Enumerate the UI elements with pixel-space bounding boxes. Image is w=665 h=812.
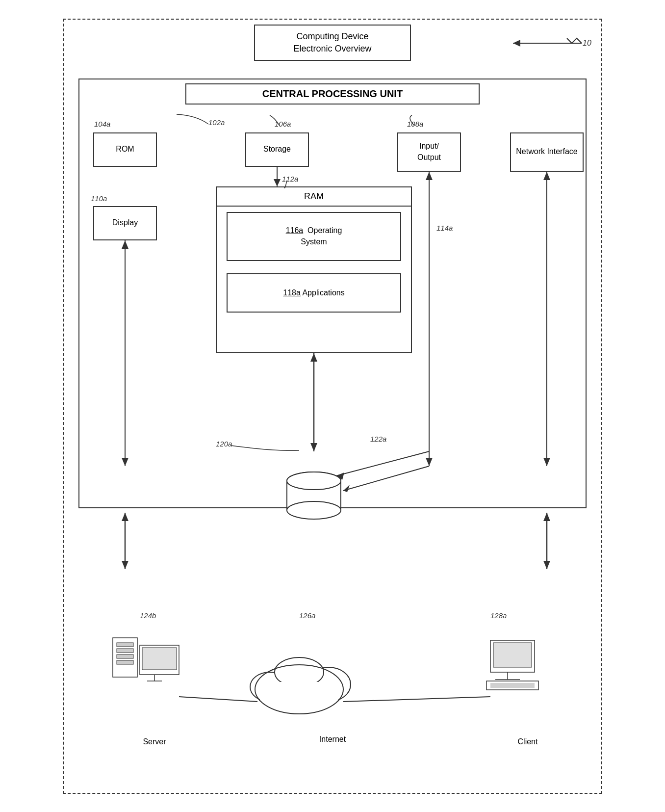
svg-rect-56: [490, 640, 535, 672]
svg-rect-60: [486, 681, 538, 690]
svg-point-62: [255, 665, 343, 714]
svg-text:100a: 100a: [583, 39, 591, 47]
display-box: Display: [93, 206, 157, 240]
svg-rect-53: [142, 648, 177, 670]
svg-rect-61: [490, 683, 535, 688]
svg-rect-48: [117, 643, 133, 647]
cpu-label: CENTRAL PROCESSING UNIT: [185, 83, 480, 105]
svg-rect-52: [140, 645, 179, 675]
svg-line-43: [343, 697, 490, 702]
apps-box: 118a Applications: [227, 273, 401, 313]
title-box: Computing Device Electronic Overview: [254, 25, 411, 61]
title-line1: Computing Device: [296, 31, 368, 41]
ram-box: RAM 116a OperatingSystem 118a Applicatio…: [216, 186, 412, 353]
storage-box: Storage: [245, 132, 309, 167]
io-box: Input/Output: [397, 132, 461, 172]
svg-rect-51: [117, 660, 133, 664]
rom-box: ROM: [93, 132, 157, 167]
svg-marker-37: [122, 561, 128, 569]
svg-rect-50: [117, 655, 133, 658]
internet-label: Internet: [293, 735, 372, 744]
client-label: Client: [493, 737, 562, 746]
svg-line-42: [179, 697, 257, 702]
svg-rect-66: [260, 682, 338, 714]
svg-rect-49: [117, 649, 133, 653]
server-label: Server: [115, 737, 194, 746]
svg-marker-1: [513, 40, 520, 47]
ni-box: Network Interface: [510, 132, 584, 172]
svg-marker-40: [543, 561, 550, 569]
svg-marker-41: [543, 513, 550, 521]
ref-100a-arrow: 100a: [503, 33, 591, 53]
svg-marker-38: [122, 513, 128, 521]
svg-point-64: [307, 667, 351, 702]
ram-label: RAM: [217, 187, 411, 207]
svg-rect-47: [113, 638, 137, 677]
svg-point-63: [250, 672, 289, 702]
svg-rect-57: [493, 643, 532, 667]
svg-text:128a: 128a: [490, 611, 507, 620]
svg-point-67: [255, 665, 343, 714]
svg-point-65: [275, 657, 324, 687]
diagram-container: Computing Device Electronic Overview 100…: [63, 19, 602, 794]
title-line2: Electronic Overview: [293, 44, 371, 53]
svg-text:126a: 126a: [299, 611, 315, 620]
svg-text:124b: 124b: [140, 611, 156, 620]
os-box: 116a OperatingSystem: [227, 212, 401, 261]
